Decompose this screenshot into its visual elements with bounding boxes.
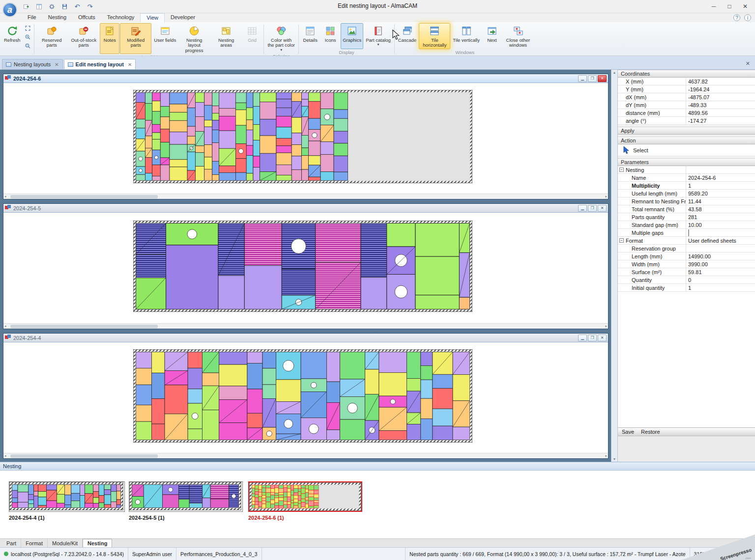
coordinate-value[interactable]: -489.33	[686, 101, 755, 109]
tab-close-icon[interactable]: ✕	[55, 62, 58, 67]
mdi-window-hscrollbar[interactable]: ◂▸	[3, 453, 608, 458]
save-icon[interactable]	[60, 2, 69, 11]
nesting-thumbnail-2024-254-5-1[interactable]	[129, 481, 243, 512]
zoom-selection-icon[interactable]	[23, 42, 32, 50]
ribbon-tile-horizontally-button[interactable]: Tile horizontally	[419, 23, 450, 49]
save-button[interactable]: Save	[622, 429, 634, 435]
mdi-close-button[interactable]: ✕	[598, 205, 607, 212]
scroll-left-icon[interactable]: ◂	[4, 195, 6, 198]
parameter-value[interactable]: 281	[686, 213, 755, 221]
tree-collapse-icon[interactable]: −	[619, 168, 624, 172]
gear-icon[interactable]	[47, 2, 56, 11]
document-area-close-icon[interactable]: ✕	[746, 60, 750, 67]
menu-tab-developer[interactable]: Developer	[165, 13, 201, 22]
menu-tab-nesting[interactable]: Nesting	[42, 13, 72, 22]
bottom-tab-format[interactable]: Format	[21, 539, 48, 547]
parameter-value[interactable]: 59.81	[686, 268, 755, 276]
menu-tab-file[interactable]: File	[22, 13, 42, 22]
menu-tab-offcuts[interactable]: Offcuts	[72, 13, 101, 22]
parameter-value[interactable]: 11.44	[686, 197, 755, 205]
parameter-value[interactable]: 1	[686, 284, 755, 291]
mdi-minimize-button[interactable]: ▁	[578, 75, 587, 82]
multiple-gaps-checkbox[interactable]	[688, 229, 689, 236]
almacam-logo-icon[interactable]: a	[2, 2, 17, 17]
mdi-restore-button[interactable]: ❐	[588, 205, 597, 212]
coordinate-value[interactable]: 4899.56	[686, 109, 755, 116]
tree-collapse-icon[interactable]: −	[619, 238, 624, 243]
mdi-restore-button[interactable]: ❐	[588, 335, 597, 341]
ribbon-color-with-part-color-button[interactable]: Color with the part color▾	[265, 23, 297, 53]
mdi-window-titlebar[interactable]: 2024-254-6▁❐✕	[3, 74, 608, 83]
panels-icon[interactable]	[34, 2, 43, 11]
mdi-window-titlebar[interactable]: 2024-254-4▁❐✕	[3, 334, 608, 342]
action-header[interactable]: Action	[618, 137, 755, 144]
mdi-window-titlebar[interactable]: 2024-254-5▁❐✕	[3, 204, 608, 213]
scroll-left-icon[interactable]: ◂	[4, 454, 6, 458]
maximize-button[interactable]: □	[722, 0, 737, 13]
apply-header[interactable]: Apply	[618, 127, 755, 135]
ribbon-cascade-button[interactable]: Cascade	[396, 23, 419, 49]
scroll-down-icon[interactable]: ▼	[613, 457, 616, 461]
bottom-tab-part[interactable]: Part	[2, 539, 21, 547]
ribbon-reserved-parts-button[interactable]: Reserved parts	[36, 23, 67, 54]
scroll-right-icon[interactable]: ▸	[605, 324, 607, 328]
coordinates-header[interactable]: Coordinates	[618, 70, 755, 78]
scroll-right-icon[interactable]: ▸	[605, 195, 607, 198]
ribbon-tile-vertically-button[interactable]: Tile vertically	[451, 23, 482, 49]
nesting-thumbnail-2024-254-6-1[interactable]	[248, 481, 362, 512]
mdi-close-button[interactable]: ✕	[598, 335, 607, 341]
action-select-row[interactable]: Select	[618, 144, 755, 156]
minimize-button[interactable]: ─	[706, 0, 722, 13]
mdi-window-client[interactable]	[3, 342, 608, 453]
mdi-close-button[interactable]: ✕	[598, 75, 607, 82]
ribbon-graphics-button[interactable]: Graphics	[341, 23, 363, 49]
coordinate-value[interactable]: -174.27	[686, 117, 755, 124]
undo-icon[interactable]: ↶	[73, 2, 82, 11]
info-icon[interactable]: i	[744, 14, 751, 21]
doc-tab-edit-nesting-layout[interactable]: Edit nesting layout✕	[64, 59, 136, 69]
ribbon-out-of-stock-parts-button[interactable]: Out-of-stock parts	[68, 23, 99, 54]
mdi-window-client[interactable]	[3, 83, 608, 194]
scroll-left-icon[interactable]: ◂	[4, 324, 6, 328]
nesting-thumbnail-2024-254-4-1[interactable]	[9, 481, 125, 512]
parameter-value[interactable]: User defined sheets	[686, 237, 755, 244]
mdi-window-client[interactable]	[3, 213, 608, 323]
hscroll-thumb[interactable]	[10, 454, 158, 458]
parameter-value[interactable]	[686, 245, 755, 252]
coordinate-value[interactable]: 4637.82	[686, 78, 755, 85]
parameter-value[interactable]: 43.58	[686, 205, 755, 213]
mdi-window-hscrollbar[interactable]: ◂▸	[3, 194, 608, 199]
ribbon-nesting-areas-button[interactable]: Nesting areas	[210, 23, 242, 54]
close-button[interactable]: ✕	[737, 0, 753, 13]
ribbon-next-button[interactable]: Next	[482, 23, 502, 49]
mdi-minimize-button[interactable]: ▁	[578, 205, 587, 212]
coordinate-value[interactable]: -1964.24	[686, 85, 755, 93]
parameter-value[interactable]: 9589.20	[686, 190, 755, 197]
ribbon-user-fields-button[interactable]: User fields	[152, 23, 178, 54]
parameter-value[interactable]: 2024-254-6	[686, 174, 755, 181]
ribbon-details-button[interactable]: Details	[300, 23, 320, 49]
mdi-window-hscrollbar[interactable]: ◂▸	[3, 323, 608, 329]
bottom-tab-nesting[interactable]: Nesting	[83, 539, 112, 547]
ribbon-refresh-button[interactable]: Refresh	[2, 23, 22, 51]
scroll-right-icon[interactable]: ▸	[605, 454, 607, 458]
ribbon-nesting-layout-progress-button[interactable]: Nesting layout progress	[178, 23, 210, 54]
doc-tab-nesting-layouts[interactable]: Nesting layouts✕	[2, 59, 63, 69]
parameter-value[interactable]: 10.00	[686, 221, 755, 228]
parameters-header[interactable]: Parameters	[618, 158, 755, 166]
help-icon[interactable]: ?	[733, 14, 740, 21]
parameter-value[interactable]: 3990.00	[686, 260, 755, 268]
coordinate-value[interactable]: -4875.07	[686, 93, 755, 101]
ribbon-notes-button[interactable]: Notes	[100, 23, 119, 54]
mdi-restore-button[interactable]: ❐	[588, 75, 597, 82]
hscroll-thumb[interactable]	[10, 325, 158, 328]
hscroll-thumb[interactable]	[10, 195, 158, 198]
scroll-up-icon[interactable]: ▲	[613, 71, 616, 74]
menu-tab-technology[interactable]: Technology	[101, 13, 141, 22]
parameter-value[interactable]	[686, 229, 755, 236]
export-icon[interactable]	[22, 2, 30, 11]
parameter-value[interactable]: 1	[686, 182, 755, 189]
ribbon-icons-button[interactable]: Icons	[320, 23, 340, 49]
ribbon-close-other-windows-button[interactable]: Close other windows	[502, 23, 534, 49]
zoom-in-icon[interactable]	[23, 33, 32, 41]
